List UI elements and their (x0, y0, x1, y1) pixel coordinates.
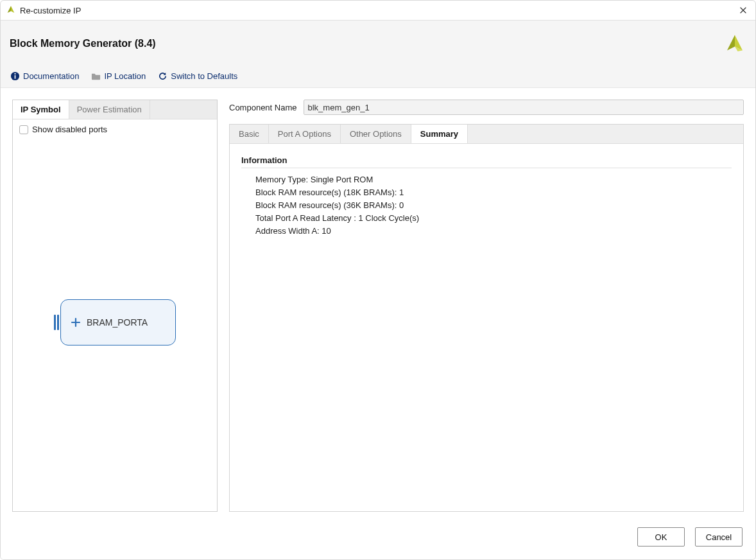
left-tabs: IP Symbol Power Estimation (13, 100, 217, 119)
info-icon (10, 71, 20, 81)
tab-ip-symbol[interactable]: IP Symbol (13, 100, 69, 119)
bram-port-block[interactable]: BRAM_PORTA (60, 299, 176, 346)
expand-icon[interactable] (70, 317, 82, 328)
info-memory-type: Memory Type: Single Port ROM (255, 175, 732, 184)
information-heading: Information (241, 155, 732, 165)
switch-to-defaults-link[interactable]: Switch to Defaults (157, 71, 237, 81)
ip-location-label: IP Location (104, 71, 146, 81)
tab-basic[interactable]: Basic (230, 125, 269, 143)
tab-summary[interactable]: Summary (411, 125, 468, 144)
documentation-label: Documentation (23, 71, 79, 81)
folder-icon (90, 71, 101, 81)
vendor-logo-icon (723, 32, 746, 55)
tab-power-estimation[interactable]: Power Estimation (69, 100, 150, 119)
config-tabs-container: Basic Port A Options Other Options Summa… (229, 124, 744, 512)
summary-panel: Information Memory Type: Single Port ROM… (230, 143, 743, 511)
ok-button[interactable]: OK (637, 527, 685, 547)
footer: OK Cancel (1, 518, 755, 559)
recustomize-ip-window: Re-customize IP Block Memory Generator (… (0, 0, 756, 560)
show-disabled-ports-checkbox[interactable] (19, 125, 28, 134)
ip-symbol-diagram: BRAM_PORTA (13, 299, 217, 346)
left-panel-content: Show disabled ports BRAM_PORTA (13, 119, 217, 511)
port-bus-lines-icon (54, 315, 59, 330)
left-panel: IP Symbol Power Estimation Show disabled… (12, 100, 218, 512)
ip-location-link[interactable]: IP Location (90, 71, 146, 81)
info-bram-18k: Block RAM resource(s) (18K BRAMs): 1 (255, 188, 732, 197)
switch-defaults-label: Switch to Defaults (171, 71, 237, 81)
title-bar: Re-customize IP (1, 1, 755, 21)
config-tabs: Basic Port A Options Other Options Summa… (230, 125, 743, 143)
info-bram-36k: Block RAM resource(s) (36K BRAMs): 0 (255, 200, 732, 210)
info-address-width-a: Address Width A: 10 (255, 226, 732, 236)
refresh-icon (157, 71, 168, 81)
documentation-link[interactable]: Documentation (10, 71, 79, 81)
information-list: Memory Type: Single Port ROM Block RAM r… (241, 175, 732, 236)
bram-port-label: BRAM_PORTA (87, 317, 148, 328)
page-title: Block Memory Generator (8.4) (10, 38, 156, 49)
tab-port-a-options[interactable]: Port A Options (269, 125, 341, 143)
right-panel: Component Name Basic Port A Options Othe… (229, 100, 744, 512)
body: IP Symbol Power Estimation Show disabled… (1, 88, 755, 518)
window-title: Re-customize IP (20, 6, 81, 15)
component-name-input[interactable] (304, 100, 744, 115)
cancel-button[interactable]: Cancel (695, 527, 743, 547)
tab-other-options[interactable]: Other Options (341, 125, 411, 143)
info-port-a-latency: Total Port A Read Latency : 1 Clock Cycl… (255, 213, 732, 223)
show-disabled-ports-label: Show disabled ports (32, 125, 107, 134)
component-name-label: Component Name (229, 103, 297, 112)
divider (241, 168, 732, 168)
header-toolbar: Documentation IP Location Switch to Defa… (10, 71, 746, 81)
header-area: Block Memory Generator (8.4) Documentati… (1, 21, 755, 88)
svg-point-2 (14, 73, 15, 74)
app-logo-icon (6, 5, 16, 15)
close-button[interactable] (737, 4, 749, 16)
svg-rect-1 (14, 75, 15, 79)
